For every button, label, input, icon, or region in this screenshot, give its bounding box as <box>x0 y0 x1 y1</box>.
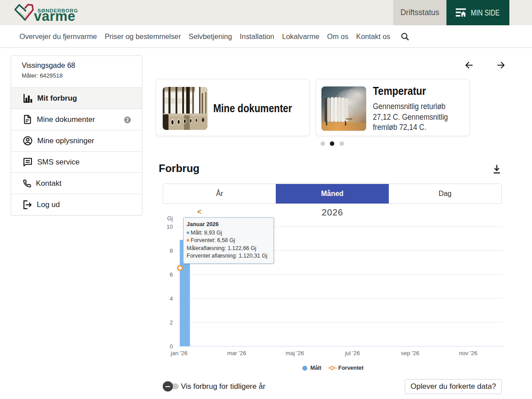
svg-text:maj '26: maj '26 <box>286 350 304 356</box>
svg-text:2: 2 <box>170 319 173 326</box>
svg-text:sep '26: sep '26 <box>401 350 419 356</box>
svg-text:mar '26: mar '26 <box>227 350 246 356</box>
svg-text:jul '26: jul '26 <box>344 350 360 356</box>
svg-text:0: 0 <box>170 343 173 350</box>
svg-text:varme: varme <box>34 8 76 24</box>
svg-text:nov '26: nov '26 <box>459 350 477 356</box>
svg-text:6: 6 <box>170 271 173 278</box>
svg-text:jan '26: jan '26 <box>170 350 188 356</box>
svg-text:Gj: Gj <box>167 215 173 222</box>
svg-text:10: 10 <box>167 223 173 230</box>
svg-text:8: 8 <box>170 247 173 254</box>
svg-text:4: 4 <box>170 295 173 302</box>
